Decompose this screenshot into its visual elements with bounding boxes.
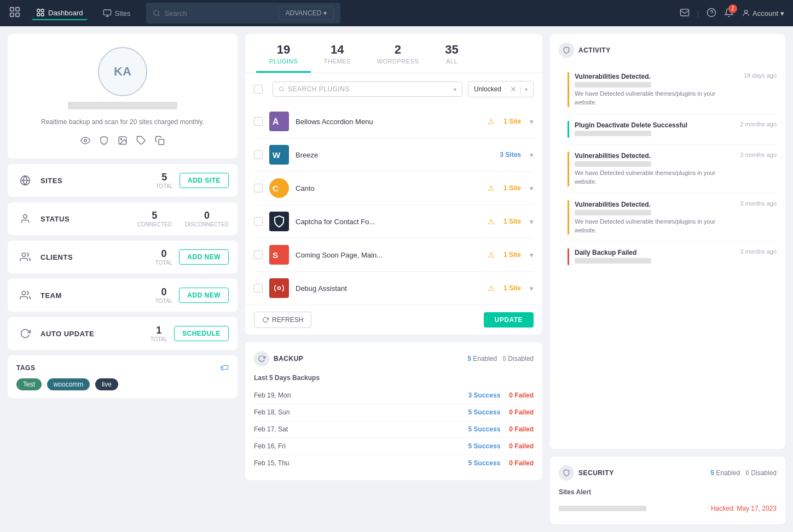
plugin-search: ▾ (273, 81, 462, 97)
status-connected-sub: CONNECTED (137, 221, 172, 227)
plugin-search-icon (279, 86, 285, 92)
activity-bar (568, 200, 569, 235)
tag-add-icon[interactable]: 🏷 (220, 363, 229, 373)
add-site-button[interactable]: ADD SITE (180, 173, 229, 188)
svg-rect-17 (159, 139, 164, 145)
copy-icon[interactable] (155, 136, 165, 148)
expand-icon-2[interactable]: ▾ (530, 184, 534, 192)
expand-icon-5[interactable]: ▾ (530, 284, 534, 293)
add-site-btn[interactable]: ADD SITE (180, 173, 229, 188)
activity-item: Plugin Deactivate Delete Successful 2 mo… (568, 114, 777, 145)
topnav-left: Dashboard Sites ADVANCED ▾ (9, 3, 669, 24)
expand-icon-4[interactable]: ▾ (530, 251, 534, 259)
backup-title: BACKUP (274, 355, 463, 363)
team-label: TEAM (40, 291, 149, 300)
plugin-checkbox-5[interactable] (254, 284, 263, 293)
filter-unlocked[interactable]: Unlocked ✕ | ▾ (468, 81, 534, 97)
plugin-sites-4[interactable]: 1 Site (503, 251, 521, 259)
tab-themes[interactable]: 14 THEMES (311, 34, 364, 73)
security-link[interactable] (559, 506, 646, 511)
logo[interactable] (9, 6, 21, 21)
warning-icon-5: ⚠ (488, 284, 495, 293)
schedule-btn[interactable]: SCHEDULE (174, 326, 229, 341)
help-icon[interactable] (707, 8, 716, 19)
tab-plugins[interactable]: 19 PLUGINS (256, 34, 311, 73)
plugin-checkbox-2[interactable] (254, 184, 263, 192)
activity-link[interactable] (575, 210, 651, 215)
security-header: SECURITY 5 Enabled 0 Disabled (559, 465, 777, 481)
shield-icon[interactable] (99, 136, 109, 148)
mail-icon[interactable] (680, 8, 690, 19)
plugin-checkbox-0[interactable] (254, 117, 263, 126)
activity-link[interactable] (575, 82, 651, 87)
add-team-button[interactable]: ADD NEW (179, 288, 229, 303)
refresh-button[interactable]: REFRESH (254, 312, 311, 328)
plugins-toolbar: ▾ Unlocked ✕ | ▾ (245, 73, 542, 105)
plugin-sites-1[interactable]: 3 Sites (500, 151, 521, 159)
activity-link[interactable] (575, 161, 651, 167)
tag-test[interactable]: Test (16, 378, 42, 390)
status-numbers: 5 CONNECTED 0 DISCONNECTED (137, 210, 229, 227)
plugin-search-input[interactable] (288, 85, 450, 93)
activity-title-text: Plugin Deactivate Delete Successful (575, 121, 687, 129)
bulk-checkbox[interactable] (254, 85, 263, 93)
backup-row: Feb 18, Sun 5 Success 0 Failed (254, 404, 534, 421)
update-button[interactable]: UPDATE (484, 312, 534, 328)
add-client-btn[interactable]: ADD NEW (179, 249, 229, 265)
eye-icon[interactable] (80, 136, 90, 148)
warning-icon-0: ⚠ (488, 117, 495, 126)
plugin-checkbox-4[interactable] (254, 250, 263, 259)
activity-icon (559, 43, 574, 58)
hacked-label: Hacked: May 17, 2023 (711, 505, 777, 512)
tag-icon[interactable] (136, 136, 146, 148)
svg-rect-7 (41, 13, 44, 16)
auto-update-icon (16, 325, 34, 342)
tag-woocomm[interactable]: woocomm (47, 378, 90, 390)
plugin-sites-5[interactable]: 1 Site (503, 284, 521, 292)
activity-item: Vulnerabilities Detected. We have Detect… (568, 145, 777, 194)
tab-all[interactable]: 35 ALL (432, 34, 471, 73)
plugin-icon-1: W (269, 145, 289, 165)
plugin-sites-0[interactable]: 1 Site (503, 118, 521, 125)
add-client-button[interactable]: ADD NEW (179, 249, 229, 265)
image-icon[interactable] (118, 136, 128, 148)
nav-dashboard[interactable]: Dashboard (32, 6, 88, 20)
activity-content: Plugin Deactivate Delete Successful (575, 121, 734, 138)
warning-icon-4: ⚠ (488, 250, 495, 259)
add-team-btn[interactable]: ADD NEW (179, 288, 229, 303)
plugin-icon-4: S (269, 245, 289, 265)
account-menu[interactable]: Account ▾ (742, 9, 784, 17)
plugin-name-2: Canto (296, 184, 481, 192)
search-input[interactable] (165, 9, 274, 17)
notifications-button[interactable]: 2 (724, 8, 734, 19)
activity-link[interactable] (575, 131, 651, 136)
svg-point-13 (84, 139, 87, 142)
avatar: KA (98, 47, 147, 96)
expand-icon-1[interactable]: ▾ (530, 151, 534, 159)
activity-time: 3 months ago (740, 200, 777, 235)
plugin-name-3: Captcha for Contact Fo... (296, 218, 481, 226)
activity-link[interactable] (575, 258, 651, 264)
expand-icon-0[interactable]: ▾ (530, 118, 534, 126)
svg-point-9 (153, 10, 158, 15)
search-icon (153, 9, 160, 17)
svg-point-15 (120, 138, 121, 139)
advanced-button[interactable]: ADVANCED ▾ (279, 6, 334, 20)
tab-wordpress[interactable]: 2 WORDPRESS (364, 34, 432, 73)
plugin-checkbox-3[interactable] (254, 217, 263, 226)
expand-icon-3[interactable]: ▾ (530, 218, 534, 226)
tag-live[interactable]: live (95, 378, 118, 390)
status-disconnected: 0 (204, 210, 210, 221)
activity-desc: We have Detected vulnerable themes/plugi… (575, 218, 715, 233)
select-all-checkbox[interactable] (254, 85, 263, 93)
topnav-right: | 2 Account ▾ (680, 8, 784, 19)
nav-sites[interactable]: Sites (99, 7, 135, 20)
plugin-sites-3[interactable]: 1 Site (503, 218, 521, 225)
team-numbers: 0 TOTAL (155, 287, 172, 304)
schedule-button[interactable]: SCHEDULE (174, 326, 229, 341)
plugin-checkbox-1[interactable] (254, 150, 263, 159)
filter-arrow-icon[interactable]: ▾ (525, 86, 528, 92)
activity-card: ACTIVITY Vulnerabilities Detected. We ha… (550, 34, 785, 449)
plugin-sites-2[interactable]: 1 Site (503, 184, 521, 192)
filter-clear-icon[interactable]: ✕ (510, 85, 517, 93)
